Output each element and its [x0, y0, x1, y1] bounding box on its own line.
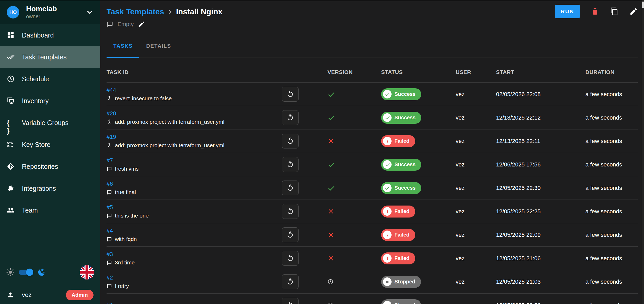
sidebar-item-dashboard[interactable]: Dashboard: [0, 24, 100, 46]
clock-small-icon: [327, 279, 333, 285]
project-switcher[interactable]: HO Homelab owner: [0, 0, 100, 24]
sidebar-item-label: Team: [22, 207, 38, 214]
dashboard-icon: [7, 31, 15, 39]
status-badge: Failed: [381, 135, 415, 147]
replay-icon: [286, 208, 294, 215]
sidebar-item-inventory[interactable]: Inventory: [0, 90, 100, 112]
task-duration: a few seconds: [585, 208, 638, 215]
sidebar-item-schedule[interactable]: Schedule: [0, 68, 100, 90]
sidebar-item-label: Schedule: [22, 75, 49, 83]
scrollbar-thumb[interactable]: [642, 2, 644, 8]
delete-button[interactable]: [591, 7, 599, 16]
task-message: with fqdn: [107, 236, 273, 242]
username: vez: [22, 291, 32, 299]
sidebar-item-key-store[interactable]: Key Store: [0, 134, 100, 156]
task-duration: a few seconds: [585, 161, 638, 168]
task-id-link[interactable]: #44: [107, 87, 116, 94]
project-avatar: HO: [7, 6, 19, 18]
status-badge: Stopped: [381, 276, 421, 288]
task-start: 12/05/2025 21:03: [496, 278, 585, 285]
git-branch-icon: [107, 143, 112, 148]
replay-icon: [286, 278, 294, 286]
task-id-link[interactable]: #5: [107, 204, 113, 211]
rerun-task-button[interactable]: [282, 87, 299, 102]
replay-icon: [286, 137, 294, 145]
language-flag-uk[interactable]: [80, 265, 94, 280]
task-start: 12/05/2025 22:09: [496, 232, 585, 238]
sidebar-item-integrations[interactable]: Integrations: [0, 177, 100, 199]
rerun-task-button[interactable]: [282, 181, 299, 195]
sidebar-item-repositories[interactable]: Repositories: [0, 156, 100, 177]
task-start: 12/05/2025 21:06: [496, 255, 585, 262]
replay-icon: [286, 114, 294, 122]
user-menu[interactable]: vez Admin: [0, 287, 100, 302]
task-start: 12/05/2025 22:30: [496, 185, 585, 191]
run-button[interactable]: RUN: [555, 5, 580, 18]
replay-icon: [286, 90, 294, 98]
rerun-task-button[interactable]: [282, 110, 299, 125]
task-row: #19 add: proxmox project with terraform_…: [107, 129, 638, 153]
status-badge: Success: [381, 112, 421, 124]
task-duration: a few seconds: [585, 232, 638, 238]
status-badge: Success: [381, 159, 421, 171]
task-id-link[interactable]: #20: [107, 110, 116, 117]
task-message: I retry: [107, 283, 273, 289]
status-icon: [383, 231, 392, 239]
check-icon: [327, 161, 335, 169]
task-message: add: proxmox project with terraform_user…: [107, 142, 273, 148]
sidebar-item-task-templates[interactable]: Task Templates: [0, 46, 100, 68]
replay-icon: [286, 161, 294, 169]
task-user: vez: [456, 114, 496, 121]
app-window: HO Homelab owner Dashboard Task Template…: [0, 0, 644, 304]
sidebar-item-team[interactable]: Team: [0, 199, 100, 221]
rerun-task-button[interactable]: [282, 251, 299, 266]
task-row: #6 true final Success vez 12/05/2025 22:…: [107, 176, 638, 200]
rerun-task-button[interactable]: [282, 157, 299, 172]
rerun-task-button[interactable]: [282, 227, 299, 242]
rerun-task-button[interactable]: [282, 134, 299, 148]
task-history-table: #44 revert: insecure to false Success ve…: [107, 83, 638, 304]
cross-icon: [327, 138, 335, 145]
sidebar-item-variable-groups[interactable]: { } Variable Groups: [0, 112, 100, 134]
task-message: fresh vms: [107, 166, 273, 172]
task-start: 12/13/2025 22:11: [496, 138, 585, 145]
rerun-task-button[interactable]: [282, 274, 299, 289]
git-branch-icon: [107, 96, 112, 101]
task-user: vez: [456, 278, 496, 285]
task-start: 12/05/2025 22:25: [496, 208, 585, 215]
tab-details[interactable]: DETAILS: [139, 38, 178, 58]
task-id-link[interactable]: #7: [107, 157, 113, 164]
main-content: Task Templates Install Nginx RUN Empty: [100, 0, 644, 304]
description-text: Empty: [117, 21, 134, 28]
edit-description-icon[interactable]: [138, 21, 145, 28]
project-role: owner: [26, 14, 57, 20]
task-id-link[interactable]: #3: [107, 251, 113, 258]
monitor-icon: [7, 97, 15, 105]
task-id-link[interactable]: #19: [107, 134, 116, 140]
status-badge: Stopped: [381, 299, 421, 304]
edit-button[interactable]: [629, 7, 638, 16]
chevron-right-icon: [167, 8, 174, 15]
dark-mode-toggle[interactable]: [19, 270, 31, 275]
task-id-link[interactable]: #2: [107, 274, 113, 281]
clock-icon: [7, 75, 15, 83]
breadcrumb-parent-link[interactable]: Task Templates: [107, 7, 164, 16]
task-row: #2 I retry Stopped vez 12/05/2025 21:03 …: [107, 270, 638, 294]
copy-button[interactable]: [610, 7, 618, 16]
task-message: 3rd time: [107, 259, 273, 266]
rerun-task-button[interactable]: [282, 298, 299, 304]
project-name: Homelab: [26, 5, 57, 13]
task-row: #5 this is the one Failed vez 12/05/2025…: [107, 200, 638, 223]
status-badge: Failed: [381, 229, 415, 241]
sidebar-item-label: Inventory: [22, 97, 49, 105]
sidebar-item-label: Task Templates: [22, 53, 67, 61]
task-user: vez: [456, 138, 496, 145]
task-id-link[interactable]: #4: [107, 227, 113, 234]
task-id-link[interactable]: #6: [107, 181, 113, 187]
comment-icon: [107, 166, 112, 172]
tab-tasks[interactable]: TASKS: [107, 38, 139, 58]
sidebar-item-label: Dashboard: [22, 32, 54, 39]
rerun-task-button[interactable]: [282, 204, 299, 219]
task-id-link[interactable]: #1: [107, 302, 113, 304]
status-icon: [383, 301, 392, 304]
